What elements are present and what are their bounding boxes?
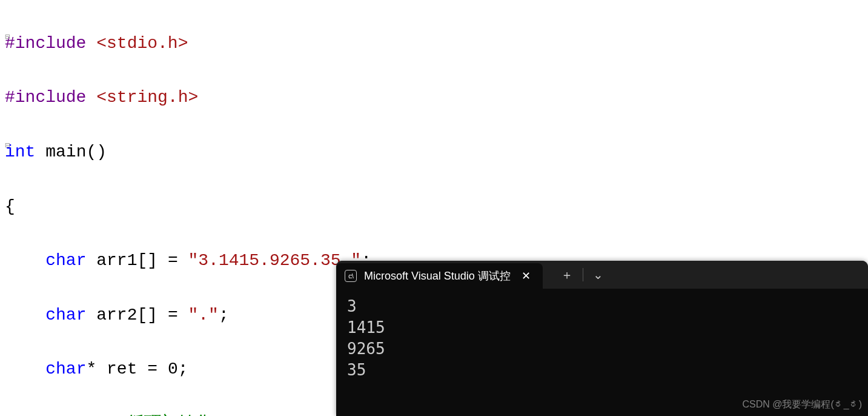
tab-dropdown-button[interactable]: ⌄ (586, 264, 611, 286)
console-titlebar[interactable]: c:\ Microsoft Visual Studio 调试控 ✕ ＋ ⌄ (336, 261, 868, 289)
code-line: { (5, 193, 868, 221)
code-line: ⊟#include <stdio.h> (5, 30, 868, 58)
code-line: #include <string.h> (5, 84, 868, 112)
divider (583, 268, 583, 281)
code-line: ⊟int main() (5, 139, 868, 166)
console-tab-title: Microsoft Visual Studio 调试控 (364, 269, 511, 283)
terminal-icon: c:\ (345, 270, 357, 282)
close-tab-button[interactable]: ✕ (518, 268, 534, 284)
tab-actions: ＋ ⌄ (554, 261, 611, 289)
debug-console-window[interactable]: c:\ Microsoft Visual Studio 调试控 ✕ ＋ ⌄ 3 … (336, 261, 868, 416)
console-output[interactable]: 3 1415 9265 35 (336, 289, 868, 388)
console-tab[interactable]: c:\ Microsoft Visual Studio 调试控 ✕ (336, 263, 543, 289)
new-tab-button[interactable]: ＋ (554, 263, 580, 287)
